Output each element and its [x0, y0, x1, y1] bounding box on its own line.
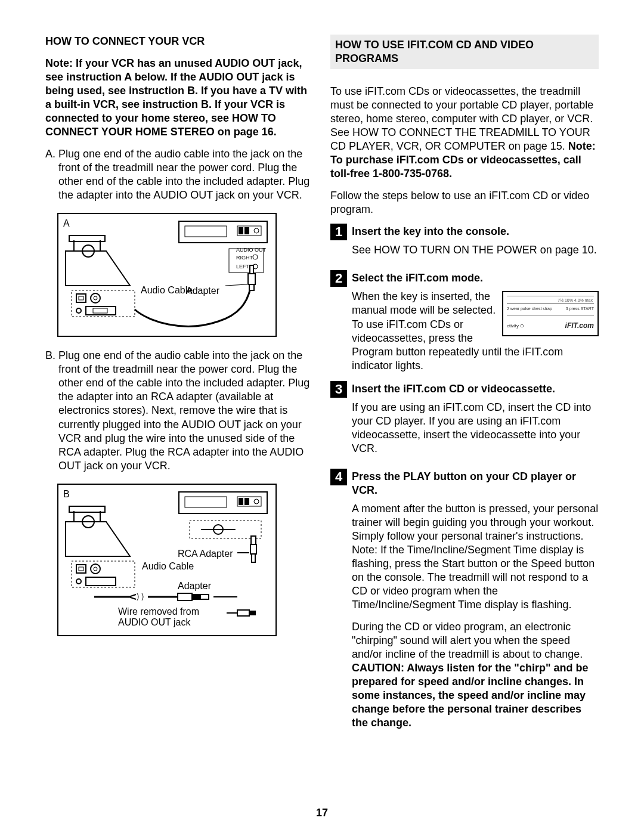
svg-rect-14: [76, 294, 86, 302]
svg-rect-20: [93, 308, 107, 313]
svg-rect-19: [86, 306, 116, 315]
svg-rect-45: [192, 594, 200, 599]
diagram-a-left: LEFT: [236, 264, 249, 271]
step-3-title: Insert the iFIT.com CD or videocassette.: [352, 382, 599, 396]
step-2-title: Select the iFIT.com mode.: [352, 271, 599, 285]
instruction-a-text: Plug one end of the audio cable into the…: [58, 147, 314, 202]
svg-rect-38: [76, 565, 86, 573]
instruction-b-text: Plug one end of the audio cable into the…: [58, 349, 314, 472]
diagram-b-adapter: Adapter: [178, 580, 211, 592]
svg-rect-23: [250, 265, 253, 274]
svg-point-18: [76, 308, 81, 313]
svg-rect-46: [200, 594, 209, 599]
console-inset-diagram: 7½ 10% 4.0% max 2 wear pulse chest strap…: [502, 291, 599, 336]
svg-line-24: [225, 284, 247, 286]
step-3-number: 3: [330, 381, 347, 398]
svg-point-17: [94, 296, 97, 300]
svg-rect-29: [244, 498, 249, 505]
instruction-b-tag: B.: [45, 349, 58, 481]
svg-point-7: [253, 255, 258, 259]
diagram-a-audio-out: AUDIO OUT: [236, 247, 266, 254]
page-number: 17: [0, 806, 644, 820]
right-p1: To use iFIT.com CDs or videocassettes, t…: [330, 85, 599, 181]
step-1-number: 1: [330, 224, 347, 240]
step-4: 4 Press the PLAY button on your CD playe…: [330, 470, 599, 739]
left-note: Note: If your VCR has an unused AUDIO OU…: [45, 57, 314, 139]
svg-rect-15: [79, 296, 83, 300]
diagram-b-audio-cable: Audio Cable: [142, 561, 194, 572]
svg-rect-44: [178, 593, 192, 600]
diagram-b-letter: B: [63, 488, 70, 500]
step-2: 2 Select the iFIT.com mode. 7½ 10% 4.0% …: [330, 271, 599, 372]
instruction-a-tag: A.: [45, 147, 58, 210]
step-1-title: Insert the key into the console.: [352, 225, 599, 239]
svg-rect-22: [249, 284, 254, 290]
svg-point-16: [91, 293, 100, 303]
svg-rect-39: [79, 567, 83, 571]
diagram-a-right: RIGHT: [236, 255, 253, 262]
step-3-body: If you are using an iFIT.com CD, insert …: [352, 401, 599, 456]
diagram-a: A Audio Cable Adapter AUDIO OUT RIGHT LE…: [57, 213, 277, 337]
svg-rect-4: [244, 227, 249, 234]
svg-point-41: [94, 567, 97, 571]
svg-rect-3: [239, 227, 243, 234]
svg-point-42: [76, 579, 81, 584]
step-3: 3 Insert the iFIT.com CD or videocassett…: [330, 382, 599, 464]
step-4-title: Press the PLAY button on your CD player …: [352, 470, 599, 497]
svg-point-40: [91, 564, 100, 574]
diagram-b-wire-removed: Wire removed from AUDIO OUT jack: [118, 606, 225, 628]
svg-rect-48: [252, 554, 255, 562]
right-p2: Follow the steps below to use an iFIT.co…: [330, 189, 599, 216]
left-heading: HOW TO CONNECT YOUR VCR: [45, 35, 314, 48]
diagram-b-rca-adapter: RCA Adapter: [178, 548, 233, 560]
step-1: 1 Insert the key into the console. See H…: [330, 225, 599, 265]
step-1-body: See HOW TO TURN ON THE POWER on page 10.: [352, 243, 599, 257]
svg-rect-26: [185, 497, 227, 507]
svg-rect-28: [239, 498, 243, 505]
step-4-body-2: During the CD or video program, an elect…: [352, 620, 599, 730]
svg-rect-51: [237, 610, 249, 616]
diagram-a-letter: A: [63, 218, 70, 230]
step-2-number: 2: [330, 270, 347, 287]
svg-rect-1: [185, 226, 227, 237]
right-heading: HOW TO USE IFIT.COM CD AND VIDEO PROGRAM…: [330, 35, 599, 69]
svg-rect-21: [248, 274, 255, 284]
diagram-a-audio-cable: Audio Cable: [141, 285, 193, 296]
svg-rect-43: [86, 577, 116, 586]
diagram-a-adapter: Adapter: [186, 285, 219, 297]
diagram-b: B Audio Cable Adapter RCA Adapter Wire r…: [57, 484, 277, 636]
step-4-number: 4: [330, 469, 347, 485]
svg-rect-47: [250, 544, 256, 554]
step-4-body-1: A moment after the button is pressed, yo…: [352, 502, 599, 612]
svg-rect-49: [251, 536, 256, 544]
svg-rect-53: [249, 611, 255, 615]
